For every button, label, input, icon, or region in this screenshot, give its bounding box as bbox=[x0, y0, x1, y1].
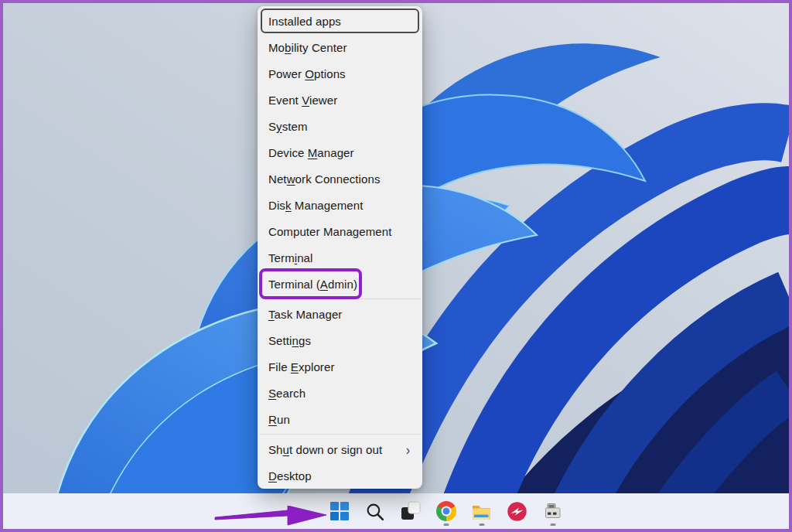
running-indicator bbox=[550, 523, 555, 526]
chrome-icon bbox=[436, 501, 456, 521]
chrome-button[interactable] bbox=[430, 496, 462, 527]
menu-item-terminal-admin[interactable]: Terminal (Admin) bbox=[258, 271, 422, 297]
menu-item-label: Power Options bbox=[268, 67, 346, 80]
file-explorer-button[interactable] bbox=[466, 496, 497, 527]
menu-item-label: File Explorer bbox=[268, 360, 335, 373]
menu-item-network-connections[interactable]: Network Connections bbox=[258, 165, 422, 192]
menu-item-system[interactable]: System bbox=[258, 113, 422, 139]
menu-item-disk-management[interactable]: Disk Management bbox=[258, 192, 422, 218]
search-button[interactable] bbox=[359, 496, 391, 527]
menu-item-label: Network Connections bbox=[268, 172, 381, 186]
menu-item-installed-apps[interactable]: Installed apps bbox=[258, 8, 422, 34]
installer-app-button[interactable] bbox=[537, 496, 568, 527]
menu-item-desktop[interactable]: Desktop bbox=[258, 462, 422, 489]
red-capture-app-button[interactable] bbox=[501, 496, 533, 527]
menu-item-label: Shut down or sign out bbox=[268, 443, 382, 456]
menu-separator bbox=[259, 434, 421, 435]
red-capture-app-icon bbox=[507, 501, 527, 522]
menu-item-label: Terminal (Admin) bbox=[268, 278, 357, 291]
search-icon bbox=[365, 502, 384, 521]
menu-item-label: Terminal bbox=[268, 251, 313, 264]
menu-item-computer-management[interactable]: Computer Management bbox=[258, 218, 422, 244]
menu-item-label: Mobility Center bbox=[268, 41, 347, 54]
menu-item-label: Run bbox=[268, 413, 290, 426]
start-button[interactable] bbox=[323, 496, 355, 527]
menu-item-event-viewer[interactable]: Event Viewer bbox=[258, 87, 422, 113]
menu-item-search[interactable]: Search bbox=[258, 380, 422, 406]
menu-item-settings[interactable]: Settings bbox=[258, 327, 422, 353]
menu-item-terminal[interactable]: Terminal bbox=[258, 244, 422, 271]
submenu-chevron-icon: › bbox=[406, 441, 410, 457]
menu-item-shut-down-or-sign-out[interactable]: Shut down or sign out› bbox=[258, 436, 422, 462]
running-indicator bbox=[443, 523, 449, 526]
menu-item-label: Disk Management bbox=[268, 199, 363, 212]
desktop-screenshot: Installed appsMobility CenterPower Optio… bbox=[0, 0, 792, 532]
menu-separator bbox=[259, 298, 421, 299]
menu-item-mobility-center[interactable]: Mobility Center bbox=[258, 34, 422, 60]
windows-logo-icon bbox=[329, 501, 350, 521]
menu-item-power-options[interactable]: Power Options bbox=[258, 60, 422, 87]
winx-menu: Installed appsMobility CenterPower Optio… bbox=[258, 6, 422, 489]
task-view-button[interactable] bbox=[394, 496, 426, 527]
annotation-arrow-icon bbox=[213, 506, 328, 527]
menu-item-device-manager[interactable]: Device Manager bbox=[258, 139, 422, 165]
installer-app-icon bbox=[543, 501, 563, 521]
file-explorer-icon bbox=[471, 501, 492, 522]
menu-item-label: Task Manager bbox=[268, 308, 342, 321]
taskbar-icon-row bbox=[323, 496, 568, 527]
menu-item-file-explorer[interactable]: File Explorer bbox=[258, 353, 422, 380]
menu-item-label: Settings bbox=[268, 334, 311, 347]
menu-item-label: Event Viewer bbox=[268, 94, 337, 107]
menu-item-label: Desktop bbox=[268, 469, 312, 483]
menu-item-label: System bbox=[268, 120, 308, 133]
menu-item-task-manager[interactable]: Task Manager bbox=[258, 301, 422, 327]
menu-item-label: Computer Management bbox=[268, 225, 392, 238]
menu-item-label: Device Manager bbox=[268, 146, 354, 159]
task-view-icon bbox=[401, 501, 421, 521]
running-indicator bbox=[479, 523, 484, 526]
taskbar bbox=[3, 493, 789, 529]
menu-item-label: Search bbox=[268, 387, 306, 400]
menu-item-run[interactable]: Run bbox=[258, 406, 422, 432]
menu-item-label: Installed apps bbox=[268, 15, 341, 28]
